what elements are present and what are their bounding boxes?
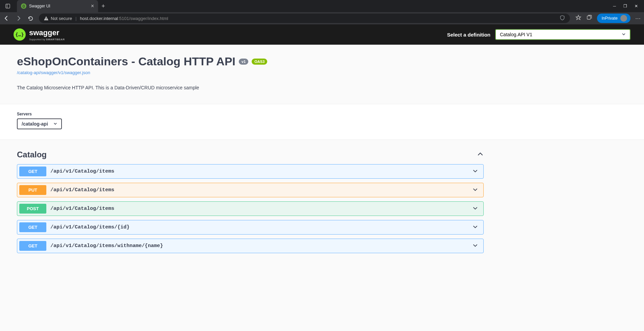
inprivate-label: InPrivate (602, 16, 618, 21)
collections-icon[interactable] (586, 15, 592, 22)
definition-select-label: Select a definition (447, 32, 490, 38)
url-divider: | (75, 16, 76, 21)
definition-select[interactable]: Catalog.API V1 (495, 29, 630, 40)
window-maximize-button[interactable]: ❐ (623, 4, 627, 8)
operation-path: /api/v1/Catalog/items/withname/{name} (50, 243, 473, 249)
inprivate-badge[interactable]: InPrivate (597, 14, 630, 23)
window-minimize-button[interactable]: ─ (613, 4, 616, 8)
chevron-down-icon (473, 187, 478, 194)
method-badge: GET (19, 167, 46, 176)
swagger-logo-subtitle: Supported by SMARTBEAR (29, 38, 65, 41)
profile-avatar-icon (620, 15, 627, 22)
method-badge: GET (19, 241, 46, 251)
api-info-section: eShopOnContainers - Catalog HTTP API v1 … (0, 45, 494, 104)
operation-row[interactable]: GET/api/v1/Catalog/items/withname/{name} (17, 239, 484, 253)
reading-mode-icon[interactable] (559, 15, 565, 22)
chevron-down-icon (622, 32, 626, 37)
security-text: Not secure (51, 16, 72, 21)
spec-link[interactable]: /catalog-api/swagger/v1/swagger.json (17, 70, 90, 75)
tab-favicon-icon: {} (21, 3, 26, 9)
operation-row[interactable]: GET/api/v1/Catalog/items (17, 164, 484, 179)
new-tab-button[interactable]: + (101, 3, 105, 10)
operation-row[interactable]: POST/api/v1/Catalog/items (17, 201, 484, 216)
chevron-down-icon (53, 121, 57, 127)
definition-value: Catalog.API V1 (500, 32, 532, 37)
operation-path: /api/v1/Catalog/items (50, 169, 473, 174)
servers-select[interactable]: /catalog-api (17, 118, 62, 129)
svg-rect-2 (46, 18, 46, 19)
tab-close-button[interactable]: × (91, 3, 94, 9)
svg-rect-0 (6, 4, 10, 8)
chevron-up-icon (477, 151, 484, 159)
window-close-button[interactable]: ✕ (635, 4, 638, 8)
more-menu-button[interactable]: ⋯ (635, 15, 641, 22)
browser-toolbar: Not secure | host.docker.internal:5101/s… (0, 12, 644, 24)
servers-section: Servers /catalog-api (0, 104, 644, 140)
chevron-down-icon (473, 168, 478, 175)
operation-row[interactable]: GET/api/v1/Catalog/items/{id} (17, 220, 484, 235)
method-badge: PUT (19, 185, 46, 195)
browser-tab[interactable]: {} Swagger UI × (17, 0, 98, 12)
favorites-icon[interactable] (575, 15, 581, 22)
tag-name: Catalog (17, 150, 47, 159)
swagger-logo-icon: {…} (14, 28, 26, 41)
warning-icon (44, 16, 49, 21)
chevron-down-icon (473, 224, 478, 231)
chevron-down-icon (473, 205, 478, 212)
method-badge: GET (19, 222, 46, 232)
operations-list: GET/api/v1/Catalog/itemsPUT/api/v1/Catal… (17, 164, 484, 253)
operation-path: /api/v1/Catalog/items (50, 187, 473, 193)
back-button[interactable] (3, 15, 9, 21)
method-badge: POST (19, 204, 46, 214)
refresh-button[interactable] (28, 16, 33, 21)
tab-actions-icon (5, 4, 10, 8)
operation-path: /api/v1/Catalog/items/{id} (50, 224, 473, 230)
version-badge: v1 (239, 59, 248, 65)
tab-actions-button[interactable] (0, 0, 16, 12)
url-text: host.docker.internal:5101/swagger/index.… (80, 16, 168, 21)
chevron-down-icon (473, 243, 478, 249)
svg-rect-4 (587, 16, 591, 19)
api-description: The Catalog Microservice HTTP API. This … (17, 85, 477, 90)
tab-title: Swagger UI (29, 4, 88, 8)
security-indicator[interactable]: Not secure (44, 16, 72, 21)
api-title: eShopOnContainers - Catalog HTTP API v1 … (17, 55, 477, 68)
operations-section: Catalog GET/api/v1/Catalog/itemsPUT/api/… (0, 140, 501, 264)
forward-button[interactable] (16, 15, 22, 21)
tag-header[interactable]: Catalog (17, 147, 484, 164)
swagger-logo-text: swagger (29, 28, 65, 37)
address-bar[interactable]: Not secure | host.docker.internal:5101/s… (39, 14, 570, 23)
operation-path: /api/v1/Catalog/items (50, 206, 473, 212)
browser-tab-strip: {} Swagger UI × + ─ ❐ ✕ (0, 0, 644, 12)
oas-badge: OAS3 (252, 59, 267, 65)
svg-rect-3 (46, 19, 46, 20)
servers-value: /catalog-api (22, 121, 48, 127)
operation-row[interactable]: PUT/api/v1/Catalog/items (17, 183, 484, 197)
servers-label: Servers (17, 112, 627, 116)
swagger-logo[interactable]: {…} swagger Supported by SMARTBEAR (14, 28, 65, 41)
swagger-topbar: {…} swagger Supported by SMARTBEAR Selec… (0, 24, 644, 45)
